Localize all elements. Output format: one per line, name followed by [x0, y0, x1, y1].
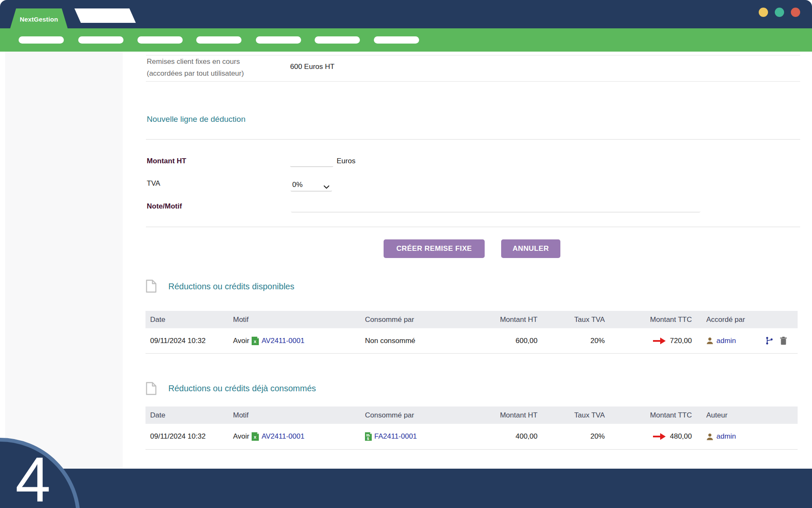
red-arrow-icon: [653, 433, 666, 440]
user-icon: [706, 433, 713, 440]
new-deduction-title: Nouvelle ligne de déduction: [147, 115, 245, 124]
cell-date: 09/11/2024 10:32: [145, 432, 228, 441]
cell-montant-ttc: 720,00: [670, 337, 692, 345]
cell-montant-ttc: 480,00: [670, 432, 692, 441]
chevron-down-icon: [324, 185, 329, 189]
create-fixed-discount-button[interactable]: CRÉER REMISE FIXE: [384, 239, 485, 258]
nav-item-placeholder-5[interactable]: [256, 36, 301, 44]
cell-taux-tva: 20%: [539, 337, 606, 345]
window-maximize-button[interactable]: [775, 8, 784, 17]
montant-ht-label: Montant HT: [147, 157, 186, 165]
brand-name: NextGestion: [20, 14, 58, 23]
cell-montant-ht: 600,00: [472, 337, 539, 345]
col-header-montant-ttc: Montant TTC: [606, 316, 693, 324]
fixed-discounts-label-line1: Remises client fixes en cours: [147, 56, 240, 68]
nav-item-placeholder-1[interactable]: [19, 36, 64, 44]
invoice-icon: $: [365, 432, 372, 441]
left-sidebar: [5, 52, 123, 469]
cell-montant-ht: 400,00: [472, 432, 539, 441]
tva-select[interactable]: 0%: [291, 179, 332, 192]
brand-tab[interactable]: NextGestion: [10, 8, 68, 28]
consumed-credits-table: Date Motif Consommé par Montant HT Taux …: [145, 406, 798, 450]
col-header-montant-ht: Montant HT: [472, 316, 539, 324]
window-close-button[interactable]: [791, 8, 800, 17]
montant-ht-unit: Euros: [337, 157, 355, 165]
montant-ht-field: [290, 156, 333, 167]
col-header-montant-ttc: Montant TTC: [606, 411, 693, 420]
nav-item-placeholder-6[interactable]: [315, 36, 360, 44]
delete-trash-icon[interactable]: [780, 337, 787, 345]
col-header-consomme-par: Consommé par: [360, 316, 472, 324]
author-link[interactable]: admin: [716, 432, 736, 441]
main-navbar: [0, 28, 812, 52]
montant-ht-input[interactable]: [290, 156, 333, 166]
note-motif-field: [291, 201, 700, 212]
divider: [146, 139, 800, 140]
divider: [146, 81, 800, 82]
col-header-consomme-par: Consommé par: [360, 411, 472, 420]
secondary-tab-placeholder[interactable]: [74, 8, 136, 23]
bottom-bar: [0, 469, 812, 508]
split-branch-icon[interactable]: [765, 337, 773, 345]
note-motif-input[interactable]: [291, 201, 700, 212]
cell-motif-prefix: Avoir: [233, 337, 249, 345]
invoice-link[interactable]: FA2411-0001: [374, 432, 417, 441]
cell-taux-tva: 20%: [539, 432, 606, 441]
author-link[interactable]: admin: [716, 337, 736, 345]
svg-text:x: x: [254, 434, 257, 439]
svg-text:x: x: [254, 339, 257, 344]
table-row: 09/11/2024 10:32 Avoir x AV2411-0001 Non…: [145, 328, 798, 354]
window-minimize-button[interactable]: [759, 8, 768, 17]
available-credits-title: Réductions ou crédits disponibles: [168, 282, 294, 291]
col-header-motif: Motif: [228, 316, 360, 324]
credit-note-excel-icon: x: [252, 432, 259, 441]
tva-selected-value: 0%: [292, 181, 303, 189]
nav-item-placeholder-2[interactable]: [78, 36, 123, 44]
nav-item-placeholder-3[interactable]: [137, 36, 183, 44]
table-header-row: Date Motif Consommé par Montant HT Taux …: [145, 406, 798, 424]
table-row: 09/11/2024 10:32 Avoir x AV2411-0001 $ F…: [145, 424, 798, 450]
document-icon: [145, 279, 157, 295]
col-header-taux-tva: Taux TVA: [539, 411, 606, 420]
cell-date: 09/11/2024 10:32: [145, 337, 228, 345]
user-icon: [706, 337, 713, 344]
col-header-montant-ht: Montant HT: [472, 411, 539, 420]
credit-note-excel-icon: x: [252, 337, 259, 345]
col-header-accorde-par: Accordé par: [693, 316, 765, 324]
col-header-taux-tva: Taux TVA: [539, 316, 606, 324]
cell-consomme-par: Non consommé: [360, 337, 472, 345]
nav-item-placeholder-4[interactable]: [196, 36, 241, 44]
col-header-auteur: Auteur: [693, 411, 765, 420]
title-bar: NextGestion: [0, 0, 812, 28]
step-number: 4: [15, 448, 50, 508]
tva-label: TVA: [147, 179, 160, 188]
credit-note-link[interactable]: AV2411-0001: [261, 432, 304, 441]
svg-text:$: $: [367, 436, 370, 441]
app-window: NextGestion Remises client fixes en cour…: [0, 0, 812, 508]
consumed-credits-title: Réductions ou crédits déjà consommés: [168, 384, 316, 393]
cancel-button[interactable]: ANNULER: [501, 239, 560, 258]
fixed-discounts-value: 600 Euros HT: [290, 63, 335, 71]
document-icon: [145, 382, 157, 397]
red-arrow-icon: [653, 337, 666, 345]
table-header-row: Date Motif Consommé par Montant HT Taux …: [145, 311, 798, 328]
cell-motif-prefix: Avoir: [233, 432, 249, 441]
col-header-motif: Motif: [228, 411, 360, 420]
credit-note-link[interactable]: AV2411-0001: [261, 337, 304, 345]
fixed-discounts-label-line2: (accordées par tout utilisateur): [147, 68, 244, 80]
col-header-date: Date: [145, 316, 228, 324]
col-header-date: Date: [145, 411, 228, 420]
divider: [146, 55, 800, 55]
nav-item-placeholder-7[interactable]: [374, 36, 419, 44]
available-credits-table: Date Motif Consommé par Montant HT Taux …: [145, 311, 798, 354]
note-motif-label: Note/Motif: [147, 202, 182, 211]
divider: [146, 227, 800, 227]
